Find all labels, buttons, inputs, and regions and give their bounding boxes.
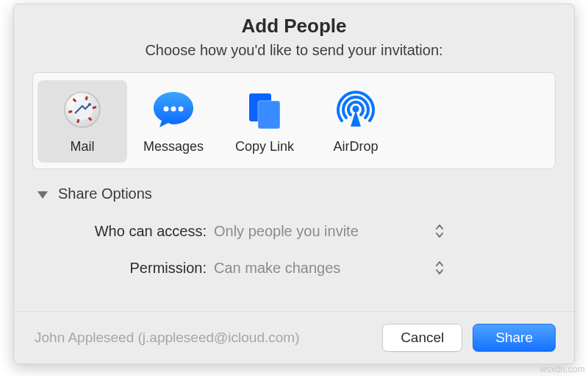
share-method-copy-link[interactable]: Copy Link — [220, 80, 309, 163]
cancel-button[interactable]: Cancel — [382, 324, 462, 352]
share-method-label: Copy Link — [235, 139, 294, 155]
airdrop-icon — [332, 86, 379, 133]
share-method-label: AirDrop — [333, 139, 378, 155]
mail-icon — [59, 86, 106, 133]
up-down-chevron-icon — [433, 258, 446, 277]
messages-icon — [150, 86, 197, 133]
share-method-airdrop[interactable]: AirDrop — [311, 80, 401, 163]
svg-point-10 — [171, 107, 176, 112]
dialog-subtitle: Choose how you'd like to send your invit… — [14, 42, 574, 59]
svg-point-8 — [88, 103, 91, 106]
share-options-panel: Who can access: Only people you invite P… — [14, 216, 574, 289]
permission-value: Can make changes — [211, 260, 340, 277]
svg-rect-13 — [258, 101, 280, 129]
share-method-row: Mail Messages — [32, 72, 556, 169]
share-button[interactable]: Share — [473, 324, 556, 352]
watermark: wsxdn.com — [539, 364, 585, 375]
dialog-footer: John Appleseed (j.appleseed@icloud.com) … — [14, 311, 574, 363]
up-down-chevron-icon — [433, 221, 446, 241]
permission-popup[interactable]: Can make changes — [211, 256, 446, 280]
who-can-access-popup[interactable]: Only people you invite — [211, 219, 446, 243]
who-can-access-row: Who can access: Only people you invite — [14, 216, 574, 246]
sharer-identity: John Appleseed (j.appleseed@icloud.com) — [35, 330, 372, 346]
copy-link-icon — [241, 86, 288, 133]
svg-point-11 — [179, 107, 184, 112]
disclosure-triangle-icon — [37, 191, 48, 199]
share-method-label: Messages — [143, 139, 204, 155]
add-people-dialog: Add People Choose how you'd like to send… — [13, 4, 575, 364]
share-options-disclosure[interactable]: Share Options — [37, 185, 574, 202]
permission-label: Permission: — [14, 260, 211, 277]
svg-point-9 — [164, 107, 169, 112]
svg-point-7 — [72, 99, 93, 120]
permission-row: Permission: Can make changes — [14, 252, 574, 283]
share-method-label: Mail — [70, 139, 94, 155]
share-method-mail[interactable]: Mail — [37, 80, 127, 163]
dialog-title: Add People — [14, 15, 574, 38]
who-can-access-value: Only people you invite — [211, 223, 359, 240]
share-method-messages[interactable]: Messages — [129, 80, 218, 163]
share-options-heading: Share Options — [58, 185, 152, 202]
who-can-access-label: Who can access: — [14, 223, 211, 240]
